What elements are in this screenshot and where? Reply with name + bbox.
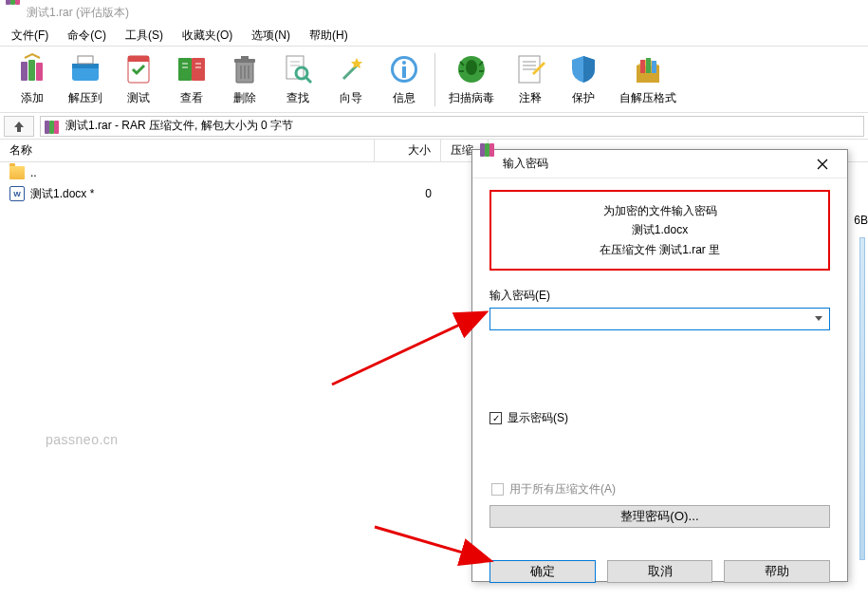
svg-rect-8 (178, 58, 192, 81)
add-icon (15, 52, 49, 86)
close-icon (817, 159, 828, 170)
find-button[interactable]: 查找 (271, 48, 324, 110)
info-box: 为加密的文件输入密码 测试1.docx 在压缩文件 测试1.rar 里 (489, 190, 830, 271)
checkbox-label: 显示密码(S) (508, 410, 568, 426)
scrollbar-partial[interactable] (859, 237, 865, 560)
svg-rect-9 (192, 58, 205, 81)
up-arrow-icon (12, 120, 26, 133)
svg-line-46 (332, 313, 484, 384)
toolbar-separator (434, 53, 435, 106)
dialog-title: 输入密码 (503, 156, 805, 172)
menu-tools[interactable]: 工具(S) (118, 26, 171, 46)
info-line2: 测试1.docx (499, 220, 821, 239)
delete-button[interactable]: 删除 (218, 48, 271, 110)
winrar-app-icon (6, 5, 21, 20)
svg-rect-4 (72, 64, 99, 68)
scan-icon (454, 52, 489, 86)
scan-button[interactable]: 扫描病毒 (439, 48, 504, 110)
view-button[interactable]: 查看 (165, 48, 218, 110)
menubar: 文件(F) 命令(C) 工具(S) 收藏夹(O) 选项(N) 帮助(H) (0, 25, 868, 46)
svg-rect-15 (234, 59, 255, 63)
protect-button[interactable]: 保护 (557, 48, 610, 110)
window-titlebar: 测试1.rar (评估版本) (0, 0, 868, 25)
info-icon (387, 52, 421, 86)
file-size: 0 (375, 187, 441, 200)
watermark: passneo.cn (46, 432, 119, 447)
password-dialog: 输入密码 为加密的文件输入密码 测试1.docx 在压缩文件 测试1.rar 里… (471, 149, 848, 582)
svg-rect-43 (652, 61, 656, 73)
svg-rect-16 (241, 56, 249, 59)
password-label: 输入密码(E) (489, 288, 830, 304)
password-input[interactable] (489, 308, 830, 330)
find-icon (281, 52, 315, 86)
archive-icon (45, 119, 60, 134)
ok-button[interactable]: 确定 (489, 560, 596, 583)
svg-rect-1 (28, 60, 35, 81)
truncated-text: 6B (854, 214, 868, 227)
info-line1: 为加密的文件输入密码 (499, 201, 821, 220)
help-button[interactable]: 帮助 (724, 560, 830, 583)
test-button[interactable]: 测试 (112, 48, 165, 110)
svg-line-24 (305, 77, 311, 83)
svg-point-31 (466, 60, 477, 75)
svg-rect-42 (646, 58, 651, 73)
add-button[interactable]: 添加 (6, 48, 59, 110)
toolbar: 添加 解压到 测试 查看 删除 查找 向导 (0, 46, 868, 113)
dialog-titlebar: 输入密码 (472, 150, 847, 178)
info-line3: 在压缩文件 测试1.rar 里 (499, 240, 821, 259)
comment-button[interactable]: 注释 (504, 48, 557, 110)
winrar-app-icon (480, 157, 495, 172)
svg-rect-41 (640, 60, 645, 73)
wizard-icon (334, 52, 368, 86)
protect-icon (566, 52, 600, 86)
view-icon (175, 52, 209, 86)
close-button[interactable] (805, 151, 840, 178)
svg-rect-5 (78, 56, 93, 64)
info-button[interactable]: 信息 (378, 48, 431, 110)
organize-passwords-button[interactable]: 整理密码(O)... (489, 505, 830, 528)
all-archives-checkbox: 用于所有压缩文件(A) (489, 481, 830, 497)
col-header-size[interactable]: 大小 (375, 140, 441, 161)
delete-icon (228, 52, 262, 86)
show-password-checkbox[interactable]: ✓ 显示密码(S) (489, 410, 830, 426)
extract-icon (68, 52, 102, 86)
menu-command[interactable]: 命令(C) (60, 26, 114, 46)
up-button[interactable] (4, 116, 34, 137)
address-bar[interactable]: 测试1.rar - RAR 压缩文件, 解包大小为 0 字节 (40, 116, 864, 137)
svg-rect-2 (36, 63, 43, 81)
menu-options[interactable]: 选项(N) (244, 26, 298, 46)
folder-icon (9, 166, 25, 179)
address-text: 测试1.rar - RAR 压缩文件, 解包大小为 0 字节 (65, 118, 293, 134)
menu-file[interactable]: 文件(F) (4, 26, 56, 46)
checkbox-label: 用于所有压缩文件(A) (509, 481, 616, 497)
svg-rect-7 (128, 56, 149, 62)
annotation-arrow-1 (332, 309, 493, 387)
docx-icon: W (9, 186, 25, 201)
comment-icon (513, 52, 547, 86)
file-name: .. (30, 166, 37, 179)
svg-rect-29 (402, 66, 406, 78)
checkbox-icon (491, 483, 504, 496)
svg-rect-0 (21, 62, 28, 81)
pathbar: 测试1.rar - RAR 压缩文件, 解包大小为 0 字节 (0, 113, 868, 140)
window-title: 测试1.rar (评估版本) (27, 5, 129, 21)
sfx-button[interactable]: 自解压格式 (610, 48, 686, 110)
cancel-button[interactable]: 取消 (607, 560, 713, 583)
wizard-button[interactable]: 向导 (324, 48, 378, 110)
test-icon (121, 52, 156, 86)
checkbox-icon: ✓ (489, 412, 502, 424)
extract-button[interactable]: 解压到 (59, 48, 112, 110)
menu-help[interactable]: 帮助(H) (302, 26, 356, 46)
col-header-name[interactable]: 名称 (0, 140, 375, 161)
file-name: 测试1.docx * (30, 186, 94, 202)
svg-point-28 (402, 61, 406, 65)
menu-favorites[interactable]: 收藏夹(O) (175, 26, 240, 46)
sfx-icon (631, 52, 665, 86)
